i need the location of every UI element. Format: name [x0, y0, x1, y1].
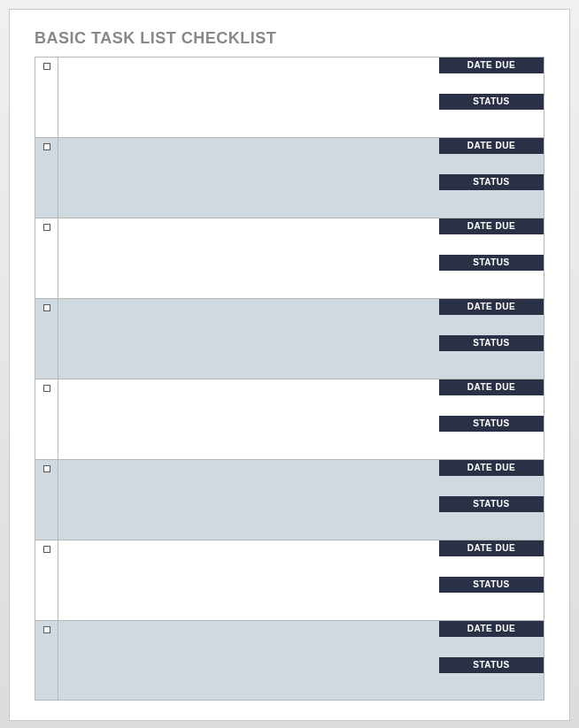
status-value[interactable] — [439, 271, 544, 285]
date-due-value[interactable] — [439, 556, 544, 571]
spacer — [439, 571, 544, 577]
status-value[interactable] — [439, 512, 544, 526]
spacer — [439, 168, 544, 174]
status-header: STATUS — [439, 335, 544, 351]
spacer — [439, 490, 544, 496]
page-title: BASIC TASK LIST CHECKLIST — [35, 29, 544, 48]
spacer — [439, 687, 544, 700]
checkbox-icon — [43, 143, 50, 150]
checklist-page: BASIC TASK LIST CHECKLIST DATE DUESTATUS… — [9, 9, 570, 721]
status-header: STATUS — [439, 416, 544, 432]
status-value[interactable] — [439, 432, 544, 446]
date-due-header: DATE DUE — [439, 299, 544, 315]
checkbox-cell[interactable] — [35, 57, 58, 137]
meta-cell: DATE DUESTATUS — [439, 57, 544, 137]
meta-cell: DATE DUESTATUS — [439, 138, 544, 218]
spacer — [439, 526, 544, 540]
checkbox-cell[interactable] — [35, 379, 58, 459]
spacer — [439, 124, 544, 137]
task-row: DATE DUESTATUS — [35, 540, 544, 620]
date-due-header: DATE DUE — [439, 57, 544, 73]
meta-cell: DATE DUESTATUS — [439, 299, 544, 379]
spacer — [439, 285, 544, 298]
status-header: STATUS — [439, 577, 544, 593]
task-cell[interactable] — [58, 379, 439, 459]
date-due-header: DATE DUE — [439, 379, 544, 395]
checkbox-icon — [43, 304, 50, 311]
status-header: STATUS — [439, 496, 544, 512]
meta-cell: DATE DUESTATUS — [439, 540, 544, 620]
status-value[interactable] — [439, 593, 544, 607]
date-due-header: DATE DUE — [439, 138, 544, 154]
task-cell[interactable] — [58, 218, 439, 298]
status-value[interactable] — [439, 673, 544, 687]
checkbox-cell[interactable] — [35, 218, 58, 298]
date-due-header: DATE DUE — [439, 621, 544, 637]
checkbox-icon — [43, 465, 50, 472]
date-due-value[interactable] — [439, 234, 544, 249]
task-cell[interactable] — [58, 621, 439, 700]
checkbox-cell[interactable] — [35, 138, 58, 218]
status-header: STATUS — [439, 94, 544, 110]
checkbox-icon — [43, 546, 50, 553]
status-header: STATUS — [439, 657, 544, 673]
spacer — [439, 410, 544, 416]
task-table: DATE DUESTATUSDATE DUESTATUSDATE DUESTAT… — [35, 57, 544, 701]
task-row: DATE DUESTATUS — [35, 379, 544, 459]
date-due-value[interactable] — [439, 315, 544, 329]
checkbox-icon — [43, 63, 50, 70]
spacer — [439, 651, 544, 657]
task-cell[interactable] — [58, 540, 439, 620]
task-cell[interactable] — [58, 57, 439, 137]
spacer — [439, 446, 544, 459]
checkbox-cell[interactable] — [35, 540, 58, 620]
date-due-value[interactable] — [439, 154, 544, 168]
date-due-header: DATE DUE — [439, 540, 544, 556]
task-cell[interactable] — [58, 299, 439, 379]
task-row: DATE DUESTATUS — [35, 620, 544, 701]
checkbox-icon — [43, 626, 50, 633]
checkbox-cell[interactable] — [35, 299, 58, 379]
meta-cell: DATE DUESTATUS — [439, 218, 544, 298]
date-due-value[interactable] — [439, 73, 544, 88]
meta-cell: DATE DUESTATUS — [439, 379, 544, 459]
spacer — [439, 204, 544, 218]
task-row: DATE DUESTATUS — [35, 137, 544, 218]
task-row: DATE DUESTATUS — [35, 298, 544, 379]
checkbox-icon — [43, 224, 50, 231]
status-header: STATUS — [439, 255, 544, 271]
task-row: DATE DUESTATUS — [35, 218, 544, 298]
date-due-value[interactable] — [439, 476, 544, 490]
meta-cell: DATE DUESTATUS — [439, 621, 544, 700]
status-header: STATUS — [439, 174, 544, 190]
task-cell[interactable] — [58, 138, 439, 218]
status-value[interactable] — [439, 110, 544, 124]
meta-cell: DATE DUESTATUS — [439, 460, 544, 540]
date-due-header: DATE DUE — [439, 218, 544, 234]
task-row: DATE DUESTATUS — [35, 57, 544, 137]
date-due-value[interactable] — [439, 395, 544, 410]
checkbox-cell[interactable] — [35, 460, 58, 540]
spacer — [439, 88, 544, 94]
spacer — [439, 329, 544, 335]
status-value[interactable] — [439, 351, 544, 365]
task-cell[interactable] — [58, 460, 439, 540]
date-due-value[interactable] — [439, 637, 544, 651]
date-due-header: DATE DUE — [439, 460, 544, 476]
checkbox-cell[interactable] — [35, 621, 58, 700]
spacer — [439, 249, 544, 255]
spacer — [439, 607, 544, 620]
spacer — [439, 365, 544, 379]
checkbox-icon — [43, 385, 50, 392]
task-row: DATE DUESTATUS — [35, 459, 544, 540]
status-value[interactable] — [439, 190, 544, 204]
